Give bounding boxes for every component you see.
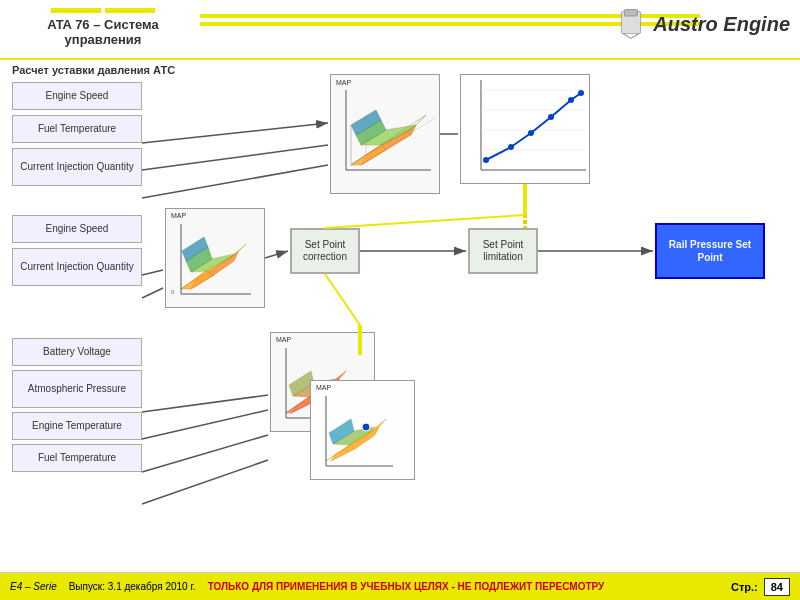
- ybar1: [51, 8, 101, 13]
- g2-current-injection: Current Injection Quantity: [12, 248, 142, 286]
- section-title: Расчет уставки давления АТС: [12, 64, 175, 76]
- g3-engine-temp: Engine Temperature: [12, 412, 142, 440]
- g1-current-injection: Current Injection Quantity: [12, 148, 142, 186]
- title-line1: ATA 76 – Система: [47, 17, 159, 32]
- g3-battery: Battery Voltage: [12, 338, 142, 366]
- ybar2: [105, 8, 155, 13]
- g1-line-chart: [460, 74, 590, 184]
- g2-engine-speed: Engine Speed: [12, 215, 142, 243]
- g3-fuel-temp: Fuel Temperature: [12, 444, 142, 472]
- g3-chart-3d-front: MAP: [310, 380, 415, 480]
- svg-point-52: [362, 423, 370, 431]
- svg-marker-31: [181, 271, 214, 289]
- setpoint-correction-label: Set Point correction: [292, 239, 358, 263]
- logo: Austro Engine: [615, 8, 790, 40]
- footer-pagination: Стр.: 84: [731, 578, 790, 596]
- page-title: ATA 76 – Система управления: [47, 17, 159, 47]
- footer-page-label: Стр.:: [731, 581, 758, 593]
- g2-chart-3d: MAP 0: [165, 208, 265, 308]
- footer-notice: ТОЛЬКО ДЛЯ ПРИМЕНЕНИЯ В УЧЕБНЫХ ЦЕЛЯХ - …: [208, 581, 605, 592]
- svg-point-25: [548, 114, 554, 120]
- svg-text:0: 0: [171, 289, 175, 295]
- svg-point-22: [483, 157, 489, 163]
- svg-point-26: [568, 97, 574, 103]
- setpoint-limitation-box: Set Point limitation: [468, 228, 538, 274]
- g1-chart-3d: MAP: [330, 74, 440, 194]
- title-block: ATA 76 – Система управления: [8, 8, 198, 47]
- logo-text: Austro Engine: [653, 13, 790, 36]
- title-yellow-bars: [51, 8, 155, 13]
- g3-atm-pressure: Atmospheric Pressure: [12, 370, 142, 408]
- svg-text:MAP: MAP: [336, 79, 352, 86]
- g1-engine-speed: Engine Speed: [12, 82, 142, 110]
- footer-series: E4 – Serie: [10, 581, 57, 592]
- main-content: Расчет уставки давления АТС Engine Speed…: [0, 60, 800, 570]
- g1-fuel-temp: Fuel Temperature: [12, 115, 142, 143]
- svg-rect-15: [461, 75, 590, 184]
- svg-text:MAP: MAP: [171, 212, 187, 219]
- header: ATA 76 – Система управления Austro Engin…: [0, 0, 800, 60]
- setpoint-correction-box: Set Point correction: [290, 228, 360, 274]
- footer: E4 – Serie Выпуск: 3.1 декабря 2010 г. Т…: [0, 572, 800, 600]
- title-line2: управления: [65, 32, 142, 47]
- svg-point-23: [508, 144, 514, 150]
- footer-issue: Выпуск: 3.1 декабря 2010 г.: [69, 581, 196, 592]
- rail-pressure-output: Rail Pressure Set Point: [655, 223, 765, 279]
- svg-point-27: [578, 90, 584, 96]
- setpoint-limitation-label: Set Point limitation: [470, 239, 536, 263]
- svg-marker-5: [351, 145, 386, 165]
- rail-pressure-label: Rail Pressure Set Point: [657, 238, 763, 264]
- footer-page-num: 84: [764, 578, 790, 596]
- svg-rect-1: [625, 10, 638, 16]
- logo-icon: [615, 8, 647, 40]
- svg-text:MAP: MAP: [316, 384, 332, 391]
- svg-point-24: [528, 130, 534, 136]
- svg-text:MAP: MAP: [276, 336, 292, 343]
